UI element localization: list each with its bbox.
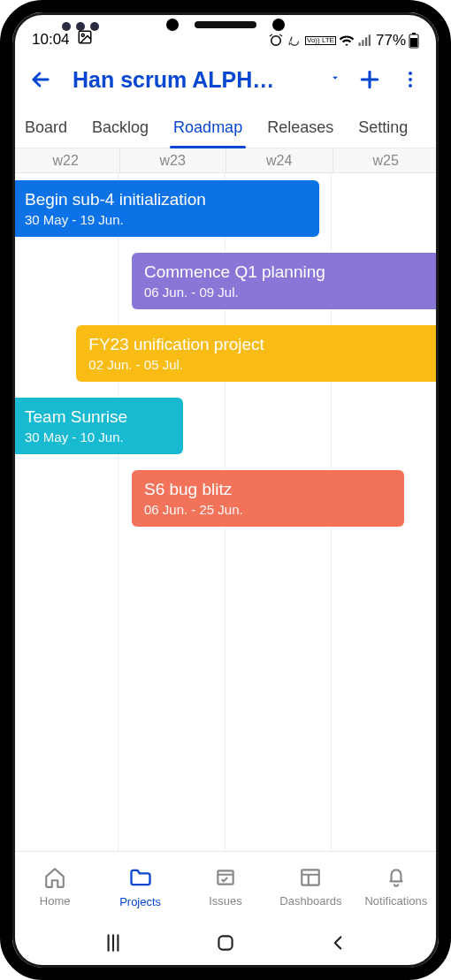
gantt-bar[interactable]: S6 bug blitz06 Jun. - 25 Jun. (132, 470, 405, 527)
gantt-row: Begin sub-4 initialization30 May - 19 Ju… (12, 173, 439, 246)
view-tabs: BoardBacklogRoadmapReleasesSetting (12, 104, 439, 148)
gantt-row: Commence Q1 planning06 Jun. - 09 Jul. (12, 246, 439, 318)
nav-projects[interactable]: Projects (97, 865, 182, 908)
gantt-bar[interactable]: Commence Q1 planning06 Jun. - 09 Jul. (132, 253, 439, 309)
gantt-row: Team Sunrise30 May - 10 Jun. (12, 391, 439, 463)
tab-board[interactable]: Board (12, 111, 80, 148)
system-back-button[interactable] (326, 931, 349, 958)
week-header: w25 (333, 148, 440, 172)
gantt-bar-title: Commence Q1 planning (144, 262, 426, 283)
phone-notch (137, 12, 314, 37)
system-nav-bar (12, 922, 439, 968)
wifi-icon (339, 33, 355, 49)
nav-label: Projects (119, 895, 161, 908)
gantt-bar-dates: 30 May - 19 Jun. (25, 212, 307, 227)
battery-pct: 77% (376, 32, 406, 49)
gantt-bar[interactable]: FY23 unification project02 Jun. - 05 Jul… (76, 325, 439, 382)
app-bar: Han scrum ALPH… (12, 53, 439, 104)
tab-setting[interactable]: Setting (346, 111, 420, 148)
tab-backlog[interactable]: Backlog (80, 111, 161, 148)
page-title[interactable]: Han scrum ALPH… (64, 67, 318, 93)
gantt-bar-title: S6 bug blitz (144, 480, 393, 500)
gantt-bar-title: FY23 unification project (88, 335, 426, 355)
tab-roadmap[interactable]: Roadmap (161, 111, 255, 148)
gantt-bar-dates: 02 Jun. - 05 Jul. (88, 357, 426, 372)
svg-rect-8 (218, 870, 233, 884)
more-menu-button[interactable] (393, 62, 428, 97)
nav-label: Home (40, 894, 71, 908)
nav-dashboards[interactable]: Dashboards (268, 866, 353, 908)
svg-rect-3 (412, 33, 416, 34)
gantt-chart[interactable]: Begin sub-4 initialization30 May - 19 Ju… (12, 173, 439, 851)
issues-icon (214, 866, 237, 892)
signal-icon (357, 33, 373, 49)
notifications-icon (385, 866, 408, 892)
battery-icon (409, 33, 419, 49)
week-header: w23 (119, 148, 226, 172)
dashboards-icon (299, 866, 322, 892)
gantt-bar-dates: 06 Jun. - 25 Jun. (144, 502, 393, 517)
gantt-bar-title: Team Sunrise (25, 407, 171, 428)
volte-badge: Vo)) LTE (305, 36, 336, 45)
picture-indicator-icon (77, 29, 93, 49)
nav-notifications[interactable]: Notifications (354, 866, 439, 908)
nav-issues[interactable]: Issues (183, 866, 268, 908)
svg-point-6 (409, 78, 412, 81)
svg-rect-10 (218, 936, 232, 949)
gantt-bar-dates: 30 May - 10 Jun. (25, 429, 171, 444)
timeline-weeks-header: w22w23w24w25 (12, 148, 439, 173)
tab-releases[interactable]: Releases (255, 111, 346, 148)
add-button[interactable] (352, 62, 387, 97)
gantt-bar-dates: 06 Jun. - 09 Jul. (144, 285, 426, 300)
gantt-row: S6 bug blitz06 Jun. - 25 Jun. (12, 463, 439, 536)
week-header: w24 (226, 148, 333, 172)
nav-label: Notifications (364, 894, 427, 908)
status-clock: 10:04 (32, 31, 70, 49)
home-icon (43, 866, 66, 892)
svg-rect-4 (410, 38, 417, 47)
bottom-nav: HomeProjectsIssuesDashboardsNotification… (12, 851, 439, 922)
back-button[interactable] (23, 62, 58, 97)
phone-sensors (62, 22, 99, 31)
title-dropdown-icon[interactable] (324, 72, 347, 87)
system-home-button[interactable] (214, 931, 237, 958)
nav-label: Issues (209, 894, 242, 908)
gantt-bar-title: Begin sub-4 initialization (25, 190, 307, 210)
nav-label: Dashboards (279, 894, 341, 908)
svg-point-5 (409, 72, 412, 75)
gantt-bar[interactable]: Team Sunrise30 May - 10 Jun. (12, 398, 183, 454)
svg-point-1 (81, 34, 84, 36)
system-recents-button[interactable] (102, 931, 125, 958)
gantt-row: FY23 unification project02 Jun. - 05 Jul… (12, 318, 439, 391)
nav-home[interactable]: Home (12, 866, 97, 908)
week-header: w22 (12, 148, 119, 172)
projects-icon (128, 865, 153, 893)
svg-rect-9 (302, 870, 320, 885)
gantt-bar[interactable]: Begin sub-4 initialization30 May - 19 Ju… (12, 180, 319, 237)
svg-point-7 (409, 84, 412, 87)
